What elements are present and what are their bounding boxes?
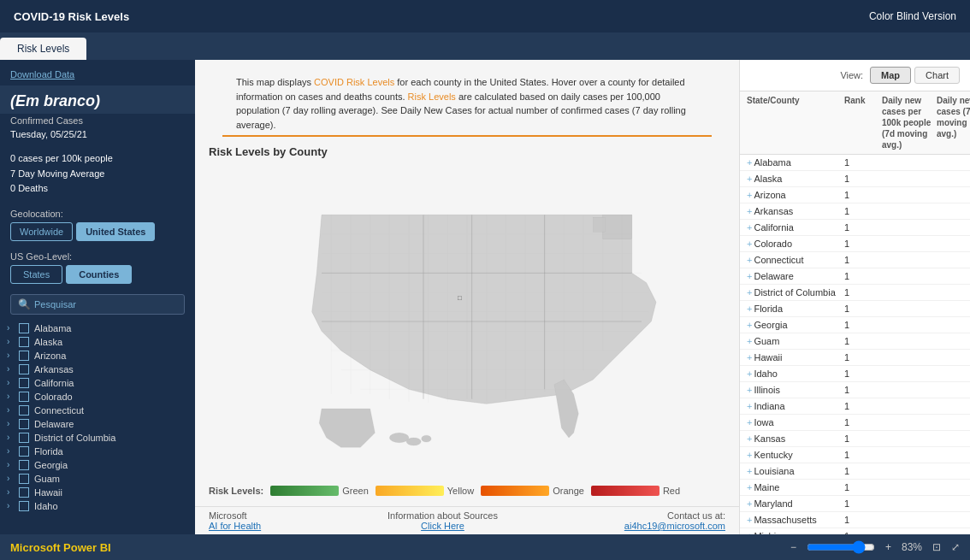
search-input[interactable]: [34, 299, 177, 309]
state-checkbox[interactable]: [19, 474, 29, 484]
table-row[interactable]: + Alaska 1: [740, 171, 970, 187]
state-checkbox[interactable]: [19, 419, 29, 429]
table-row[interactable]: + Alabama 1: [740, 155, 970, 171]
table-row[interactable]: + Hawaii 1: [740, 350, 970, 366]
us-map[interactable]: □: [219, 176, 715, 467]
state-list-item[interactable]: › Georgia: [0, 458, 195, 472]
download-link[interactable]: Download Data: [10, 69, 74, 80]
state-list-item[interactable]: › Alabama: [0, 321, 195, 335]
search-box[interactable]: 🔍: [10, 294, 185, 315]
state-checkbox[interactable]: [19, 446, 29, 457]
state-list-item[interactable]: › Connecticut: [0, 404, 195, 417]
expand-row-icon[interactable]: +: [747, 157, 752, 168]
table-row[interactable]: + Indiana 1: [740, 398, 970, 415]
td-rank: 1: [844, 320, 878, 330]
expand-row-icon[interactable]: +: [747, 482, 752, 492]
state-checkbox[interactable]: [19, 460, 29, 470]
level-btn-counties[interactable]: Counties: [66, 265, 132, 284]
state-list-item[interactable]: › California: [0, 376, 195, 390]
expand-row-icon[interactable]: +: [747, 206, 752, 216]
table-row[interactable]: + Maryland 1: [740, 496, 970, 512]
table-row[interactable]: + Massachusetts 1: [740, 512, 970, 528]
table-row[interactable]: + Georgia 1: [740, 317, 970, 333]
expand-row-icon[interactable]: +: [747, 498, 752, 509]
state-list-item[interactable]: › Colorado: [0, 390, 195, 404]
table-row[interactable]: + Kentucky 1: [740, 447, 970, 463]
td-rank: 1: [844, 336, 878, 346]
table-row[interactable]: + Arkansas 1: [740, 203, 970, 220]
table-row[interactable]: + Connecticut 1: [740, 252, 970, 268]
expand-row-icon[interactable]: +: [747, 174, 752, 184]
table-row[interactable]: + Illinois 1: [740, 382, 970, 398]
expand-row-icon[interactable]: +: [747, 466, 752, 476]
expand-row-icon[interactable]: +: [747, 368, 752, 379]
expand-row-icon[interactable]: +: [747, 531, 752, 534]
expand-row-icon[interactable]: +: [747, 255, 752, 265]
state-checkbox[interactable]: [19, 433, 29, 443]
expand-row-icon[interactable]: +: [747, 352, 752, 363]
expand-row-icon[interactable]: +: [747, 287, 752, 298]
state-checkbox[interactable]: [19, 364, 29, 374]
table-row[interactable]: + Delaware 1: [740, 268, 970, 285]
powerbi-logo[interactable]: Microsoft Power BI: [10, 541, 111, 554]
click-here-link[interactable]: Click Here: [421, 521, 464, 531]
state-list-item[interactable]: › District of Columbia: [0, 431, 195, 445]
table-row[interactable]: + Michigan 1: [740, 528, 970, 534]
expand-row-icon[interactable]: +: [747, 320, 752, 330]
ai-for-health-link[interactable]: AI for Health: [209, 521, 261, 531]
expand-row-icon[interactable]: +: [747, 385, 752, 395]
table-row[interactable]: + Kansas 1: [740, 431, 970, 447]
expand-row-icon[interactable]: +: [747, 515, 752, 525]
level-btn-states[interactable]: States: [10, 265, 62, 284]
state-list-item[interactable]: › Arkansas: [0, 363, 195, 376]
expand-row-icon[interactable]: +: [747, 222, 752, 233]
expand-icon[interactable]: ⤢: [951, 541, 960, 553]
table-row[interactable]: + Arizona 1: [740, 187, 970, 203]
expand-row-icon[interactable]: +: [747, 336, 752, 346]
expand-row-icon[interactable]: +: [747, 190, 752, 200]
state-checkbox[interactable]: [19, 323, 29, 333]
expand-row-icon[interactable]: +: [747, 417, 752, 427]
table-row[interactable]: + District of Columbia 1: [740, 285, 970, 301]
state-list-item[interactable]: › Florida: [0, 445, 195, 458]
zoom-slider[interactable]: [807, 540, 875, 554]
state-checkbox[interactable]: [19, 405, 29, 416]
fit-to-page-icon[interactable]: ⊡: [932, 541, 941, 553]
geo-btn-us[interactable]: United States: [76, 222, 155, 241]
state-list-item[interactable]: › Delaware: [0, 417, 195, 431]
table-row[interactable]: + Florida 1: [740, 301, 970, 317]
color-blind-button[interactable]: Color Blind Version: [869, 10, 956, 22]
state-list-item[interactable]: › Alaska: [0, 335, 195, 349]
state-list-item[interactable]: › Arizona: [0, 349, 195, 363]
expand-row-icon[interactable]: +: [747, 239, 752, 249]
expand-row-icon[interactable]: +: [747, 433, 752, 444]
expand-row-icon[interactable]: +: [747, 401, 752, 411]
expand-row-icon[interactable]: +: [747, 304, 752, 314]
zoom-out-icon[interactable]: −: [790, 541, 796, 553]
table-row[interactable]: + Maine 1: [740, 480, 970, 496]
table-row[interactable]: + Colorado 1: [740, 236, 970, 252]
expand-row-icon[interactable]: +: [747, 271, 752, 281]
view-map-btn[interactable]: Map: [870, 67, 911, 84]
state-list-item[interactable]: › Hawaii: [0, 486, 195, 499]
expand-row-icon[interactable]: +: [747, 450, 752, 460]
zoom-in-icon[interactable]: +: [885, 541, 891, 553]
chevron-icon: ›: [7, 364, 19, 374]
state-checkbox[interactable]: [19, 337, 29, 347]
state-list-item[interactable]: › Idaho: [0, 499, 195, 513]
state-list-item[interactable]: › Guam: [0, 472, 195, 486]
state-checkbox[interactable]: [19, 501, 29, 511]
state-checkbox[interactable]: [19, 487, 29, 498]
state-checkbox[interactable]: [19, 378, 29, 388]
table-row[interactable]: + California 1: [740, 220, 970, 236]
table-row[interactable]: + Idaho 1: [740, 366, 970, 382]
table-row[interactable]: + Iowa 1: [740, 415, 970, 431]
tab-risk-levels[interactable]: Risk Levels: [0, 38, 86, 60]
state-checkbox[interactable]: [19, 351, 29, 361]
state-checkbox[interactable]: [19, 392, 29, 402]
geo-btn-worldwide[interactable]: Worldwide: [10, 222, 73, 241]
table-row[interactable]: + Guam 1: [740, 333, 970, 350]
email-link[interactable]: ai4hc19@microsoft.com: [624, 521, 725, 531]
table-row[interactable]: + Louisiana 1: [740, 463, 970, 480]
view-chart-btn[interactable]: Chart: [914, 67, 960, 84]
